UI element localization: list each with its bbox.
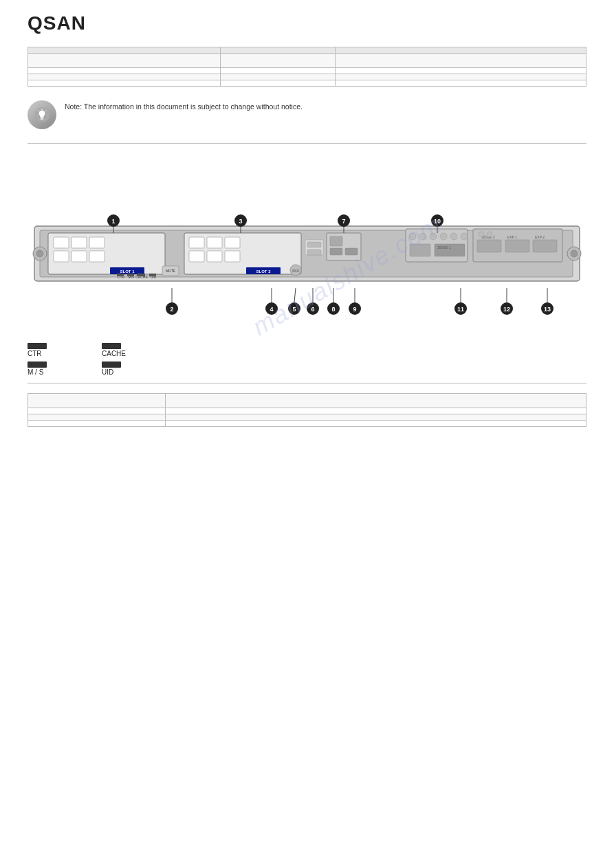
svg-rect-44 [307, 249, 321, 255]
table-row [28, 80, 586, 87]
ms-led [28, 361, 47, 368]
svg-rect-34 [207, 237, 222, 248]
svg-point-50 [409, 233, 416, 240]
ctr-led [28, 343, 47, 349]
svg-text:EXP 2: EXP 2 [535, 235, 545, 239]
top-table-header-2 [221, 47, 336, 54]
svg-rect-36 [225, 237, 240, 248]
cache-label: CACHE [102, 350, 126, 357]
tip-icon [28, 100, 56, 129]
top-table-header-1 [28, 47, 221, 54]
svg-text:MUTE: MUTE [166, 269, 176, 273]
svg-rect-2 [41, 119, 43, 120]
legend-col-right: CACHE UID [102, 343, 126, 376]
svg-point-55 [461, 233, 468, 240]
table-row [28, 394, 586, 408]
svg-rect-60 [477, 240, 501, 252]
cache-led [102, 343, 121, 349]
svg-rect-56 [410, 244, 430, 256]
svg-point-9 [36, 250, 43, 257]
hardware-diagram: SLOT 1 CTR M/S CACHE UID MUTE SLOT 2 SKU [28, 199, 586, 336]
svg-rect-48 [345, 248, 358, 255]
svg-rect-26 [127, 274, 134, 276]
svg-text:3: 3 [239, 218, 242, 225]
legend-ctr: CTR [28, 343, 47, 357]
svg-rect-27 [137, 274, 145, 276]
top-table-header-3 [336, 47, 586, 54]
svg-point-51 [419, 233, 426, 240]
table-row [28, 54, 586, 68]
svg-text:EXP 1: EXP 1 [507, 235, 517, 239]
table-row [28, 421, 586, 427]
ms-label: M / S [28, 368, 43, 376]
uid-label: UID [102, 368, 113, 376]
svg-rect-46 [330, 236, 342, 246]
legend-cache: CACHE [102, 343, 126, 357]
ctr-label: CTR [28, 350, 42, 357]
svg-text:2: 2 [170, 306, 173, 313]
svg-text:10GbE 1: 10GbE 1 [437, 245, 451, 249]
svg-rect-18 [89, 251, 105, 262]
uid-led [102, 361, 121, 368]
svg-rect-14 [54, 251, 69, 262]
svg-rect-35 [207, 251, 222, 262]
table-row [28, 414, 586, 421]
svg-rect-28 [149, 274, 156, 276]
svg-rect-61 [505, 240, 529, 252]
table-row [28, 74, 586, 80]
svg-text:8: 8 [331, 306, 335, 313]
legend-ms: M / S [28, 361, 47, 376]
svg-rect-33 [189, 251, 204, 262]
svg-text:6: 6 [311, 306, 314, 313]
svg-rect-47 [330, 248, 342, 255]
svg-text:4: 4 [270, 306, 273, 313]
svg-rect-17 [89, 237, 105, 248]
svg-rect-13 [54, 237, 69, 248]
diagram-container: SLOT 1 CTR M/S CACHE UID MUTE SLOT 2 SKU [28, 199, 586, 336]
divider-2 [28, 383, 586, 383]
svg-line-82 [294, 288, 296, 302]
svg-point-52 [430, 233, 437, 240]
bottom-table [28, 393, 586, 427]
svg-rect-43 [307, 242, 321, 247]
svg-rect-25 [117, 274, 124, 276]
svg-point-53 [440, 233, 447, 240]
svg-text:11: 11 [457, 306, 464, 313]
svg-rect-37 [225, 251, 240, 262]
svg-text:9: 9 [353, 306, 356, 313]
divider-1 [28, 143, 586, 144]
logo-area: QSAN [0, 0, 614, 41]
svg-text:1: 1 [111, 218, 115, 225]
svg-text:SLOT 2: SLOT 2 [256, 269, 271, 274]
svg-text:5: 5 [292, 306, 296, 313]
svg-text:13: 13 [544, 306, 551, 313]
svg-rect-32 [189, 237, 204, 248]
lightbulb-icon [34, 107, 50, 123]
svg-rect-16 [72, 251, 87, 262]
svg-text:SLOT 1: SLOT 1 [120, 269, 135, 274]
legend-col-left: CTR M / S [28, 343, 47, 376]
svg-rect-1 [41, 118, 44, 119]
svg-text:SKU: SKU [292, 269, 300, 273]
svg-rect-15 [72, 237, 87, 248]
svg-point-11 [571, 250, 578, 257]
table-row [28, 408, 586, 414]
main-section [28, 149, 586, 190]
legend-area: CTR M / S CACHE UID [28, 343, 586, 376]
legend-uid: UID [102, 361, 126, 376]
svg-text:7: 7 [342, 218, 345, 225]
svg-point-54 [450, 233, 457, 240]
svg-point-66 [479, 232, 484, 237]
svg-text:12: 12 [503, 306, 510, 313]
svg-point-67 [487, 232, 492, 237]
logo: QSAN [28, 12, 86, 34]
svg-rect-62 [533, 240, 557, 252]
top-table [28, 47, 586, 87]
table-row [28, 68, 586, 74]
svg-text:10: 10 [434, 218, 441, 225]
tip-text: Note: The information in this document i… [65, 100, 586, 113]
tip-box: Note: The information in this document i… [28, 96, 586, 133]
